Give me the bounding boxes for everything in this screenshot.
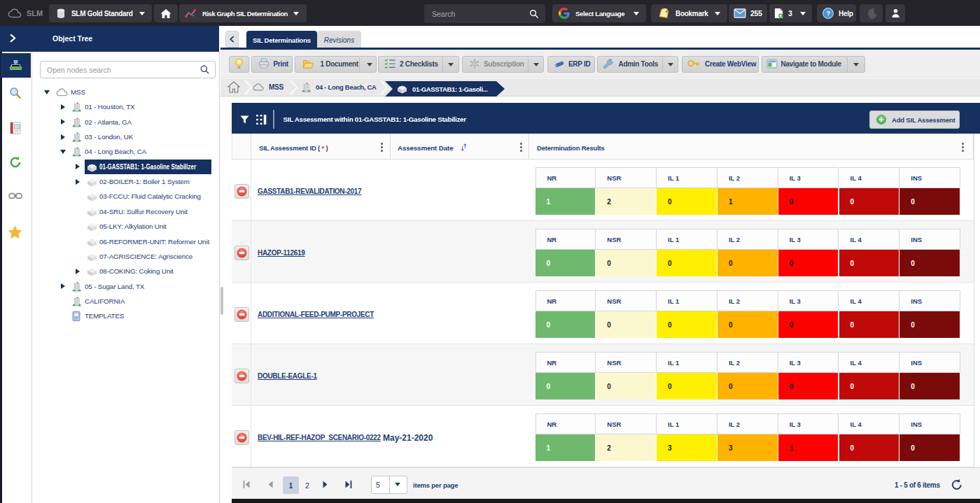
svg-text:?: ? [826, 9, 830, 17]
